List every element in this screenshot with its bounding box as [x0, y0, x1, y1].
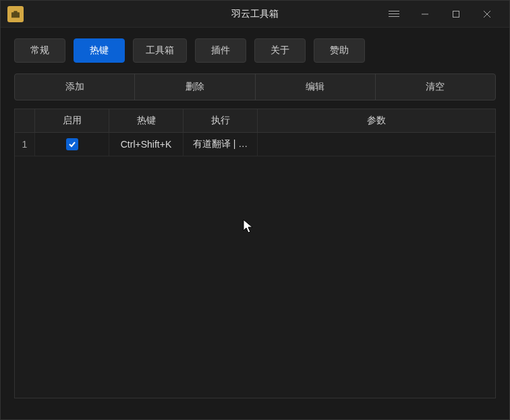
th-index	[15, 109, 35, 132]
window-title: 羽云工具箱	[231, 8, 279, 20]
add-button[interactable]: 添加	[15, 74, 135, 100]
svg-rect-3	[453, 11, 459, 17]
tab-general[interactable]: 常规	[14, 38, 65, 63]
cell-enable[interactable]	[35, 133, 109, 156]
cell-params[interactable]	[258, 133, 495, 156]
cell-index: 1	[15, 133, 35, 156]
table-header-row: 启用 热键 执行 参数	[15, 109, 495, 133]
th-hotkey[interactable]: 热键	[109, 109, 183, 132]
titlebar: 羽云工具箱	[1, 1, 509, 28]
action-bar: 添加 删除 编辑 清空	[14, 73, 496, 100]
tab-sponsor[interactable]: 赞助	[314, 38, 365, 63]
hotkey-table: 启用 热键 执行 参数 1 Ctrl+Shift+K 有道翻译 | …	[14, 109, 496, 398]
cell-hotkey[interactable]: Ctrl+Shift+K	[109, 133, 183, 156]
delete-button[interactable]: 删除	[135, 74, 255, 100]
edit-button[interactable]: 编辑	[256, 74, 376, 100]
th-params[interactable]: 参数	[258, 109, 495, 132]
menu-icon[interactable]	[378, 1, 409, 28]
close-button[interactable]	[472, 1, 503, 28]
tabs-row: 常规 热键 工具箱 插件 关于 赞助	[1, 28, 509, 73]
svg-rect-1	[13, 11, 17, 13]
clear-button[interactable]: 清空	[376, 74, 495, 100]
minimize-button[interactable]	[409, 1, 441, 28]
th-enable[interactable]: 启用	[35, 109, 109, 132]
tab-plugin[interactable]: 插件	[195, 38, 246, 63]
check-icon[interactable]	[66, 138, 78, 150]
tab-toolbox[interactable]: 工具箱	[133, 38, 187, 63]
tab-hotkey[interactable]: 热键	[74, 38, 125, 63]
table-row[interactable]: 1 Ctrl+Shift+K 有道翻译 | …	[15, 133, 495, 156]
tab-about[interactable]: 关于	[254, 38, 306, 63]
cell-exec[interactable]: 有道翻译 | …	[183, 133, 258, 156]
svg-rect-0	[11, 12, 20, 18]
app-icon	[7, 6, 24, 22]
th-exec[interactable]: 执行	[183, 109, 258, 132]
maximize-button[interactable]	[441, 1, 472, 28]
